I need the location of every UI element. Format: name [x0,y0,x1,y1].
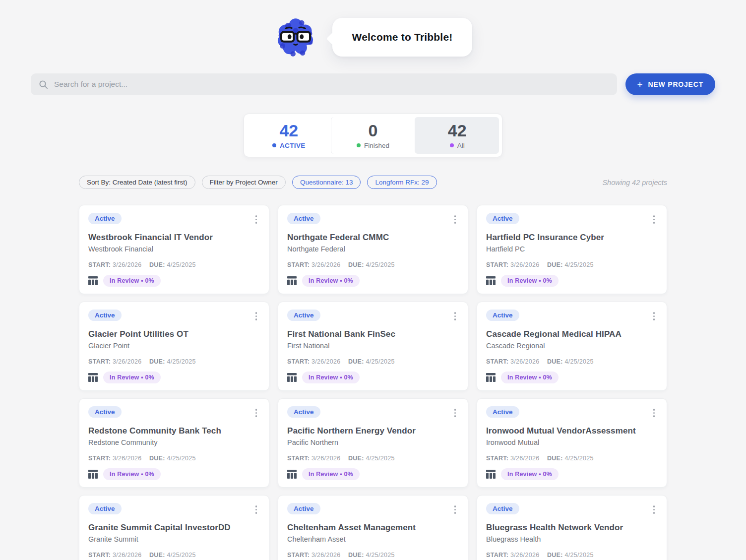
project-card[interactable]: Active Glacier Point Utilities OT Glacie… [79,302,269,391]
questionnaire-table-icon [88,470,98,479]
status-badge: Active [486,213,519,224]
due-date: 4/25/2025 [366,552,395,559]
sort-by-chip[interactable]: Sort By: Created Date (latest first) [79,176,195,189]
plus-icon: + [637,80,643,89]
start-date: 3/26/2026 [311,455,340,462]
project-title: Cascade Regional Medical HIPAA [486,329,658,339]
questionnaire-table-icon [486,373,496,382]
start-label: START: [287,261,310,268]
due-label: DUE: [547,261,563,268]
tribble-mascot-icon [274,15,317,60]
card-menu-button[interactable] [650,406,658,420]
project-subtitle: Granite Summit [88,535,260,543]
project-title: Hartfield PC Insurance Cyber [486,233,658,243]
questionnaire-table-icon [486,276,496,285]
project-title: Bluegrass Health Network Vendor [486,523,658,533]
project-card[interactable]: Active Bluegrass Health Network Vendor B… [477,495,667,560]
stat-segment-finished[interactable]: 0 Finished [331,117,415,154]
review-progress-badge: In Review • 0% [103,468,161,480]
card-menu-button[interactable] [650,503,658,516]
project-card[interactable]: Active Cascade Regional Medical HIPAA Ca… [477,302,667,391]
due-label: DUE: [149,358,165,365]
status-badge: Active [88,310,122,321]
card-menu-button[interactable] [252,213,260,226]
active-count: 42 [279,122,298,140]
start-label: START: [88,455,111,462]
longform-rfx-chip[interactable]: Longform RFx: 29 [367,176,436,189]
stat-segment-all[interactable]: 42 All [415,117,499,154]
start-label: START: [88,552,111,559]
active-label: ACTIVE [280,142,306,149]
status-badge: Active [88,503,122,514]
stat-segment-active[interactable]: 42 ACTIVE [247,117,331,154]
project-card[interactable]: Active Westbrook Financial IT Vendor Wes… [79,205,269,294]
welcome-text: Welcome to Tribble! [352,31,453,43]
project-card[interactable]: Active Hartfield PC Insurance Cyber Hart… [477,205,667,294]
filter-owner-chip[interactable]: Filter by Project Owner [202,176,286,189]
project-subtitle: Pacific Northern [287,438,459,446]
welcome-speech-bubble: Welcome to Tribble! [332,18,473,57]
due-label: DUE: [149,261,165,268]
card-menu-button[interactable] [650,213,658,226]
start-date: 3/26/2026 [113,552,141,559]
project-card[interactable]: Active Redstone Community Bank Tech Reds… [79,398,269,488]
questionnaire-table-icon [287,470,297,479]
start-date: 3/26/2026 [311,261,340,268]
start-label: START: [486,261,508,268]
start-date: 3/26/2026 [311,358,340,365]
card-menu-button[interactable] [252,406,260,420]
card-menu-button[interactable] [451,213,459,226]
status-badge: Active [486,310,519,321]
start-label: START: [88,358,111,365]
start-label: START: [486,358,508,365]
due-label: DUE: [149,552,165,559]
search-input[interactable] [54,80,609,89]
card-menu-button[interactable] [451,310,459,323]
project-dates: START: 3/26/2026 DUE: 4/25/2025 [287,455,459,462]
project-subtitle: Ironwood Mutual [486,438,658,446]
projects-grid: Active Westbrook Financial IT Vendor Wes… [79,205,667,560]
card-menu-button[interactable] [252,310,260,323]
due-label: DUE: [348,552,364,559]
search-icon [39,80,48,89]
due-date: 4/25/2025 [565,261,594,268]
welcome-header: Welcome to Tribble! [0,0,746,60]
card-menu-button[interactable] [650,310,658,323]
start-date: 3/26/2026 [311,552,340,559]
search-box[interactable] [31,73,617,95]
card-menu-button[interactable] [451,503,459,516]
card-menu-button[interactable] [252,503,260,516]
status-badge: Active [287,310,320,321]
showing-count-text: Showing 42 projects [602,179,667,187]
finished-dot-icon [357,143,361,147]
start-date: 3/26/2026 [510,261,539,268]
start-date: 3/26/2026 [113,358,141,365]
project-card[interactable]: Active Pacific Northern Energy Vendor Pa… [278,398,468,488]
questionnaire-table-icon [486,470,496,479]
start-label: START: [486,455,508,462]
due-date: 4/25/2025 [565,552,594,559]
due-date: 4/25/2025 [167,552,196,559]
project-card[interactable]: Active Granite Summit Capital InvestorDD… [79,495,269,560]
project-card[interactable]: Active Ironwood Mutual VendorAssessment … [477,398,667,488]
due-date: 4/25/2025 [366,261,395,268]
due-label: DUE: [547,455,563,462]
project-card[interactable]: Active Cheltenham Asset Management Chelt… [278,495,468,560]
status-badge: Active [287,213,320,224]
questionnaire-chip[interactable]: Questionnaire: 13 [292,176,361,189]
all-dot-icon [450,143,454,147]
project-title: Granite Summit Capital InvestorDD [88,523,260,533]
project-card[interactable]: Active Northgate Federal CMMC Northgate … [278,205,468,294]
search-row: + NEW PROJECT [0,73,746,95]
project-title: Westbrook Financial IT Vendor [88,233,260,243]
project-card[interactable]: Active First National Bank FinSec First … [278,302,468,391]
project-subtitle: Bluegrass Health [486,535,658,543]
due-label: DUE: [348,261,364,268]
status-badge: Active [486,503,519,514]
review-progress-badge: In Review • 0% [302,275,360,287]
start-date: 3/26/2026 [510,455,539,462]
questionnaire-table-icon [88,373,98,382]
new-project-button[interactable]: + NEW PROJECT [625,73,715,95]
active-dot-icon [272,143,276,147]
card-menu-button[interactable] [451,406,459,420]
